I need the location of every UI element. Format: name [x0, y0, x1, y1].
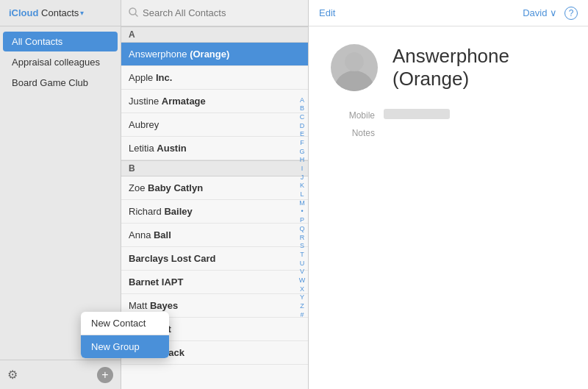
- alpha-z[interactable]: Z: [298, 302, 306, 311]
- alpha-d[interactable]: D: [298, 122, 306, 131]
- notes-field-row: Notes: [331, 126, 566, 138]
- user-arrow-icon: ∨: [550, 7, 557, 18]
- user-name-label[interactable]: David ∨: [523, 7, 557, 18]
- alpha-index: A B C D E F G H I J K L M • P Q R S T U: [298, 96, 306, 320]
- alpha-t[interactable]: T: [298, 251, 306, 260]
- alpha-b[interactable]: B: [298, 104, 306, 113]
- contact-item-austin[interactable]: Letitia Austin: [121, 137, 308, 160]
- popup-menu: New Contact New Group: [81, 312, 169, 358]
- contact-first-name: Richard: [129, 206, 164, 217]
- contact-first-name: Anna: [129, 229, 154, 240]
- contact-last-name: Austin: [157, 143, 186, 154]
- contact-item-barnet[interactable]: Barnet IAPT: [121, 271, 308, 294]
- add-button[interactable]: +: [97, 367, 113, 383]
- section-header-a: A: [121, 26, 308, 43]
- contact-first-name: Matt: [129, 300, 150, 311]
- mobile-value-blurred: [384, 109, 450, 119]
- alpha-f[interactable]: F: [298, 139, 306, 148]
- toolbar-right: David ∨ ?: [523, 7, 578, 20]
- contact-first-name: Apple: [129, 72, 156, 83]
- alpha-g[interactable]: G: [298, 148, 306, 157]
- detail-toolbar: Edit David ∨ ?: [309, 0, 588, 26]
- alpha-e[interactable]: E: [298, 130, 306, 139]
- alpha-m[interactable]: M: [298, 199, 306, 208]
- contact-last-name: Inc.: [156, 72, 172, 83]
- alpha-w[interactable]: W: [298, 276, 306, 285]
- contact-item-baby-catlyn[interactable]: Zoe Baby Catlyn: [121, 176, 308, 200]
- contact-item-armatage[interactable]: Justine Armatage: [121, 90, 308, 113]
- sidebar-item-board-game[interactable]: Board Game Club: [3, 73, 118, 93]
- contact-item-aubrey[interactable]: Aubrey: [121, 113, 308, 137]
- icloud-label: iCloud: [9, 7, 38, 18]
- contact-item-bailey[interactable]: Richard Bailey: [121, 200, 308, 224]
- avatar: [331, 44, 378, 91]
- contacts-subtitle: Contacts: [41, 7, 79, 18]
- contact-item-ball[interactable]: Anna Ball: [121, 224, 308, 247]
- alpha-l[interactable]: L: [298, 190, 306, 199]
- alpha-p[interactable]: P: [298, 216, 306, 225]
- alpha-u[interactable]: U: [298, 260, 306, 268]
- sidebar-footer: ⚙ New Contact New Group +: [0, 360, 121, 389]
- mobile-label: Mobile: [331, 109, 375, 121]
- mobile-field-row: Mobile: [331, 109, 566, 121]
- new-group-menu-item[interactable]: New Group: [81, 335, 169, 358]
- sidebar-item-appraisal[interactable]: Appraisal colleagues: [3, 52, 118, 72]
- notes-label: Notes: [331, 126, 375, 138]
- alpha-k[interactable]: K: [298, 182, 306, 190]
- contact-last-name: Baby Catlyn: [148, 182, 203, 193]
- sidebar-item-all-contacts[interactable]: All Contacts: [3, 32, 118, 51]
- alpha-y[interactable]: Y: [298, 293, 306, 302]
- contact-header: Answerphone (Orange): [331, 44, 566, 91]
- contact-first-name: Letitia: [129, 143, 157, 154]
- alpha-c[interactable]: C: [298, 113, 306, 122]
- alpha-j[interactable]: J: [298, 174, 306, 182]
- contacts-dropdown-icon[interactable]: ▾: [80, 9, 84, 17]
- edit-button[interactable]: Edit: [319, 7, 335, 18]
- contact-detail-name: Answerphone (Orange): [392, 45, 566, 90]
- contact-first-name: Aubrey: [129, 119, 159, 130]
- alpha-s[interactable]: S: [298, 242, 306, 251]
- contact-first-name: Zoe: [129, 182, 148, 193]
- alpha-i[interactable]: I: [298, 165, 306, 174]
- detail-content: Answerphone (Orange) Mobile Notes: [309, 26, 588, 156]
- help-icon[interactable]: ?: [564, 7, 578, 20]
- svg-line-1: [135, 14, 137, 16]
- alpha-q[interactable]: Q: [298, 225, 306, 234]
- contact-first-name: Answerphone: [129, 49, 190, 60]
- contact-item-barclays[interactable]: Barclays Lost Card: [121, 247, 308, 271]
- section-header-b: B: [121, 160, 308, 176]
- contact-last-name: Ball: [154, 229, 171, 240]
- contact-last-name: Barclays Lost Card: [129, 253, 216, 264]
- user-text: David: [523, 7, 547, 18]
- contact-last-name: Bayes: [150, 300, 178, 311]
- sidebar-header: iCloud Contacts ▾: [0, 0, 121, 26]
- contact-fields: Mobile Notes: [331, 109, 566, 138]
- search-icon: [129, 7, 138, 19]
- contact-first-name: Justine: [129, 96, 162, 107]
- svg-point-2: [334, 71, 375, 91]
- contact-item-answerphone[interactable]: Answerphone (Orange): [121, 43, 308, 66]
- sidebar: iCloud Contacts ▾ All Contacts Appraisal…: [0, 0, 121, 389]
- alpha-r[interactable]: R: [298, 234, 306, 243]
- alpha-hash[interactable]: #: [298, 311, 306, 320]
- alpha-dot[interactable]: •: [298, 208, 306, 217]
- contact-last-name: Barnet IAPT: [129, 276, 183, 288]
- svg-point-3: [345, 52, 364, 71]
- alpha-v[interactable]: V: [298, 268, 306, 276]
- contact-last-name: Bailey: [164, 206, 192, 217]
- contact-last-name: Armatage: [162, 96, 206, 107]
- search-bar: [121, 0, 308, 26]
- gear-icon[interactable]: ⚙: [7, 368, 18, 382]
- search-input[interactable]: [143, 7, 301, 18]
- alpha-a[interactable]: A: [298, 96, 306, 105]
- alpha-h[interactable]: H: [298, 156, 306, 165]
- contact-item-apple[interactable]: Apple Inc.: [121, 66, 308, 90]
- new-contact-menu-item[interactable]: New Contact: [81, 312, 169, 335]
- sidebar-list: All Contacts Appraisal colleagues Board …: [0, 26, 121, 360]
- detail-panel: Edit David ∨ ? Answerphone (Orange): [309, 0, 588, 389]
- alpha-x[interactable]: X: [298, 285, 306, 294]
- contact-last-name: (Orange): [190, 49, 229, 60]
